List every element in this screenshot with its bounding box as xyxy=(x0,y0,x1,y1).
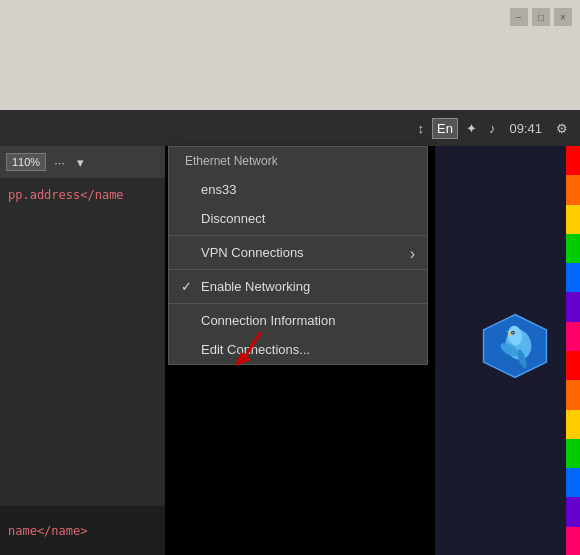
menu-separator-2 xyxy=(169,269,427,270)
kde-logo xyxy=(480,311,550,381)
color-segment xyxy=(566,351,580,380)
close-button[interactable]: × xyxy=(554,8,572,26)
color-segment xyxy=(566,527,580,555)
underline-n: N xyxy=(245,279,254,294)
color-segment xyxy=(566,468,580,497)
color-segment xyxy=(566,380,580,409)
browser-area: 110% ··· ▾ pp.address</name name</name> xyxy=(0,146,165,555)
red-arrow xyxy=(225,328,275,368)
menu-separator-3 xyxy=(169,303,427,304)
color-segment xyxy=(566,234,580,263)
more-button[interactable]: ··· xyxy=(50,153,69,172)
color-segment xyxy=(566,497,580,526)
tray-network-icon[interactable]: ↕ xyxy=(414,119,429,138)
system-time: 09:41 xyxy=(503,119,548,138)
menu-header: Ethernet Network xyxy=(169,147,427,175)
network-dropdown-menu: Ethernet Network ens33 Disconnect VPN Co… xyxy=(168,146,428,365)
minimize-button[interactable]: − xyxy=(510,8,528,26)
menu-item-disconnect[interactable]: Disconnect xyxy=(169,204,427,233)
color-segment xyxy=(566,146,580,175)
svg-marker-10 xyxy=(235,352,251,366)
menu-item-enable-networking[interactable]: Enable Networking xyxy=(169,272,427,301)
menu-item-connection-info[interactable]: Connection Information xyxy=(169,306,427,335)
browser-toolbar: 110% ··· ▾ xyxy=(0,146,165,178)
code-display: pp.address</name xyxy=(0,178,165,213)
color-segment xyxy=(566,410,580,439)
code-line-1: pp.address</name xyxy=(8,186,157,205)
menu-item-vpn[interactable]: VPN Connections xyxy=(169,238,427,267)
tray-bluetooth-icon[interactable]: ✦ xyxy=(462,119,481,138)
svg-point-8 xyxy=(512,332,513,333)
color-segment xyxy=(566,292,580,321)
color-bar xyxy=(566,146,580,555)
menu-item-ens33[interactable]: ens33 xyxy=(169,175,427,204)
code-line-2: name</name> xyxy=(8,524,87,538)
color-segment xyxy=(566,263,580,292)
tray-lang-icon[interactable]: En xyxy=(432,118,458,139)
right-panel xyxy=(435,146,580,555)
color-segment xyxy=(566,205,580,234)
menu-separator-1 xyxy=(169,235,427,236)
zoom-display[interactable]: 110% xyxy=(6,153,46,171)
dropdown-button[interactable]: ▾ xyxy=(73,153,88,172)
code-bottom: name</name> xyxy=(0,506,165,555)
tray-volume-icon[interactable]: ♪ xyxy=(485,119,500,138)
color-segment xyxy=(566,322,580,351)
maximize-button[interactable]: □ xyxy=(532,8,550,26)
color-segment xyxy=(566,175,580,204)
taskbar: ↕ En ✦ ♪ 09:41 ⚙ xyxy=(0,110,580,146)
menu-item-edit-connections[interactable]: Edit Connections... xyxy=(169,335,427,364)
settings-icon[interactable]: ⚙ xyxy=(552,119,572,138)
window-controls: − □ × xyxy=(510,8,572,26)
top-bar: − □ × xyxy=(0,0,580,110)
color-segment xyxy=(566,439,580,468)
